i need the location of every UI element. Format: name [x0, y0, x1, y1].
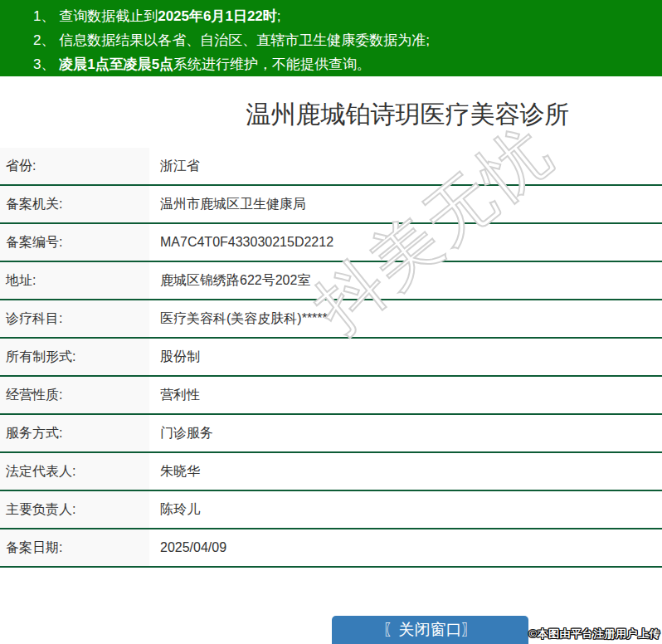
close-window-button[interactable]: 〖关闭窗口〗 [332, 616, 528, 644]
row-label: 主要负责人: [0, 491, 149, 528]
table-row-main-person-in-charge: 主要负责人: 陈玲儿 [0, 491, 662, 529]
notice-text: 2、 信息数据结果以各省、自治区、直辖市卫生健康委数据为准; [33, 32, 430, 48]
row-value: 朱晓华 [149, 453, 662, 490]
upload-watermark: ©本图由平台注册用户上传 [528, 627, 660, 642]
row-label: 法定代表人: [0, 453, 149, 490]
row-label: 备案机关: [0, 186, 149, 222]
row-value: MA7C4T0F433030215D2212 [149, 224, 662, 261]
notice-line-3: 3、 凌晨1点至凌晨5点系统进行维护，不能提供查询。 [33, 52, 654, 76]
table-row-filing-date: 备案日期: 2025/04/09 [0, 529, 662, 568]
notice-line-1: 1、 查询数据截止到2025年6月1日22时; [33, 4, 654, 28]
row-value: 浙江省 [149, 148, 662, 184]
notice-line-2: 2、 信息数据结果以各省、自治区、直辖市卫生健康委数据为准; [33, 28, 654, 52]
notice-banner: 1、 查询数据截止到2025年6月1日22时; 2、 信息数据结果以各省、自治区… [0, 0, 662, 76]
table-row-ownership-form: 所有制形式: 股份制 [0, 339, 662, 377]
row-value: 门诊服务 [149, 415, 662, 451]
table-row-province: 省份: 浙江省 [0, 148, 662, 186]
row-value: 2025/04/09 [149, 529, 662, 566]
row-value: 陈玲儿 [149, 491, 662, 528]
row-label: 经营性质: [0, 377, 149, 413]
row-value: 鹿城区锦绣路622号202室 [149, 262, 662, 299]
notice-text: 1、 查询数据截止到 [33, 8, 158, 24]
page-title: 温州鹿城铂诗玥医疗美容诊所 [0, 76, 662, 148]
row-value: 温州市鹿城区卫生健康局 [149, 186, 662, 222]
row-value: 医疗美容科(美容皮肤科)****** [149, 300, 662, 337]
row-label: 服务方式: [0, 415, 149, 451]
table-row-medical-subjects: 诊疗科目: 医疗美容科(美容皮肤科)****** [0, 300, 662, 339]
notice-text: 系统进行维护，不能提供查询。 [173, 56, 371, 72]
table-row-address: 地址: 鹿城区锦绣路622号202室 [0, 262, 662, 300]
row-label: 省份: [0, 148, 149, 184]
table-row-service-mode: 服务方式: 门诊服务 [0, 415, 662, 453]
notice-bold-text: 凌晨1点至凌晨5点 [59, 56, 173, 72]
row-label: 地址: [0, 262, 149, 299]
notice-bold-text: 2025年6月1日22时 [158, 8, 277, 24]
row-label: 诊疗科目: [0, 300, 149, 337]
table-row-filing-authority: 备案机关: 温州市鹿城区卫生健康局 [0, 186, 662, 224]
table-row-legal-representative: 法定代表人: 朱晓华 [0, 453, 662, 491]
row-label: 所有制形式: [0, 339, 149, 375]
notice-text: ; [277, 8, 281, 24]
row-label: 备案编号: [0, 224, 149, 261]
row-value: 营利性 [149, 377, 662, 413]
info-table: 省份: 浙江省 备案机关: 温州市鹿城区卫生健康局 备案编号: MA7C4T0F… [0, 148, 662, 568]
notice-text: 3、 [33, 56, 59, 72]
table-row-operation-nature: 经营性质: 营利性 [0, 377, 662, 415]
row-label: 备案日期: [0, 529, 149, 566]
table-row-filing-number: 备案编号: MA7C4T0F433030215D2212 [0, 224, 662, 262]
row-value: 股份制 [149, 339, 662, 375]
